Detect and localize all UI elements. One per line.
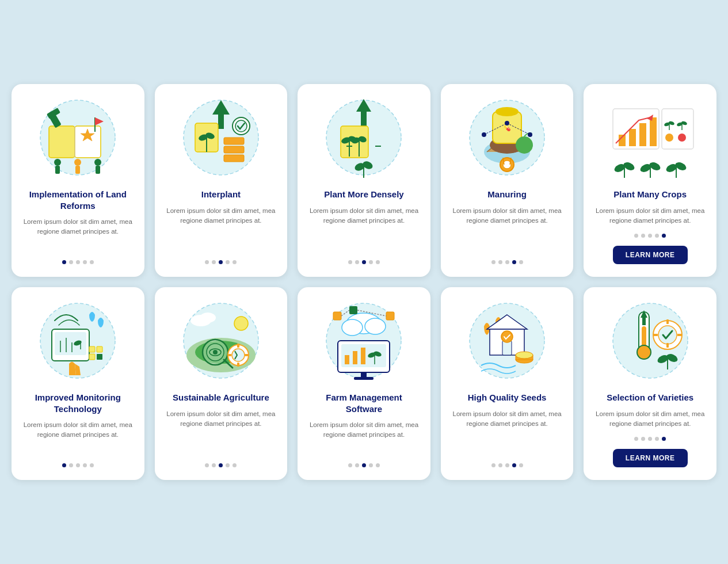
dot-0 bbox=[205, 463, 209, 467]
svg-rect-23 bbox=[224, 155, 244, 162]
illustration-land-reforms bbox=[35, 94, 121, 181]
dots-monitoring bbox=[62, 463, 94, 467]
svg-rect-12 bbox=[75, 166, 80, 174]
dot-1 bbox=[641, 437, 645, 441]
svg-point-102 bbox=[213, 350, 218, 355]
svg-point-111 bbox=[342, 319, 363, 336]
learn-more-button-varieties[interactable]: LEARN MORE bbox=[613, 449, 688, 467]
dot-0 bbox=[491, 463, 496, 467]
dot-0 bbox=[491, 260, 496, 264]
card-monitoring: Improved Monitoring Technology Lorem ips… bbox=[12, 287, 144, 480]
dot-4 bbox=[519, 260, 523, 264]
card-title-plant-dense: Plant More Densely bbox=[324, 189, 403, 200]
illustration-farm-software bbox=[321, 298, 407, 384]
dots-land-reforms bbox=[62, 260, 94, 264]
svg-rect-60 bbox=[650, 117, 657, 146]
svg-rect-91 bbox=[97, 354, 102, 360]
card-title-interplant: Interplant bbox=[201, 189, 241, 200]
svg-point-70 bbox=[678, 134, 686, 142]
card-body-interplant: Lorem ipsum dolor sit dim amet, mea regi… bbox=[164, 206, 279, 253]
card-title-varieties: Selection of Varieties bbox=[607, 392, 693, 403]
card-body-plant-dense: Lorem ipsum dolor sit dim amet, mea regi… bbox=[307, 206, 421, 253]
svg-rect-108 bbox=[245, 354, 249, 356]
svg-point-135 bbox=[516, 352, 533, 359]
card-title-plant-crops: Plant Many Crops bbox=[613, 189, 687, 200]
dot-4 bbox=[662, 234, 666, 238]
svg-point-11 bbox=[74, 159, 81, 166]
dot-2 bbox=[76, 463, 80, 467]
card-title-farm-software: Farm Management Software bbox=[307, 392, 421, 414]
dot-1 bbox=[498, 260, 502, 264]
illustration-seeds bbox=[464, 298, 550, 384]
svg-point-13 bbox=[94, 159, 101, 166]
card-body-plant-crops: Lorem ipsum dolor sit dim amet, mea regi… bbox=[593, 206, 707, 226]
svg-rect-105 bbox=[237, 344, 239, 348]
svg-point-112 bbox=[365, 318, 386, 334]
dot-0 bbox=[348, 260, 352, 264]
svg-point-104 bbox=[232, 349, 245, 361]
dot-2 bbox=[505, 260, 509, 264]
dot-1 bbox=[498, 463, 502, 467]
svg-rect-14 bbox=[96, 166, 100, 174]
svg-point-47 bbox=[503, 161, 511, 169]
dot-4 bbox=[519, 463, 523, 467]
dot-4 bbox=[662, 437, 666, 441]
dot-2 bbox=[505, 463, 509, 467]
card-interplant: Interplant Lorem ipsum dolor sit dim ame… bbox=[155, 84, 288, 277]
card-title-land-reforms: Implementation of Land Reforms bbox=[21, 189, 135, 211]
dot-2 bbox=[219, 260, 223, 264]
svg-rect-107 bbox=[227, 354, 231, 356]
svg-rect-22 bbox=[224, 146, 244, 153]
dot-3 bbox=[226, 260, 230, 264]
illustration-manuring: 💊 bbox=[464, 94, 550, 181]
dots-varieties bbox=[634, 437, 666, 441]
dot-3 bbox=[369, 463, 373, 467]
svg-rect-106 bbox=[237, 363, 239, 367]
card-title-monitoring: Improved Monitoring Technology bbox=[21, 392, 135, 414]
svg-rect-123 bbox=[333, 312, 341, 320]
dot-0 bbox=[348, 463, 352, 467]
svg-point-50 bbox=[516, 136, 533, 154]
card-title-seeds: High Quality Seeds bbox=[468, 392, 547, 403]
svg-point-142 bbox=[658, 326, 677, 344]
card-plant-dense: Plant More Densely Lorem ipsum dolor sit… bbox=[298, 84, 430, 277]
svg-rect-145 bbox=[653, 334, 658, 336]
dots-sustainable bbox=[205, 463, 237, 467]
dot-2 bbox=[219, 463, 223, 467]
svg-rect-90 bbox=[89, 354, 95, 360]
dot-2 bbox=[362, 260, 366, 264]
svg-rect-89 bbox=[97, 346, 102, 352]
card-seeds: High Quality Seeds Lorem ipsum dolor sit… bbox=[441, 287, 574, 480]
dot-4 bbox=[90, 260, 94, 264]
svg-rect-117 bbox=[361, 348, 365, 364]
svg-rect-143 bbox=[666, 319, 669, 324]
illustration-interplant bbox=[178, 94, 264, 181]
dot-3 bbox=[226, 463, 230, 467]
card-varieties: Selection of Varieties Lorem ipsum dolor… bbox=[584, 287, 716, 480]
illustration-sustainable bbox=[178, 298, 264, 384]
card-farm-software: Farm Management Software Lorem ipsum dol… bbox=[298, 287, 430, 480]
learn-more-button-plant-crops[interactable]: LEARN MORE bbox=[613, 246, 688, 264]
svg-rect-116 bbox=[353, 351, 357, 364]
card-body-sustainable: Lorem ipsum dolor sit dim amet, mea regi… bbox=[164, 409, 279, 456]
svg-point-44 bbox=[496, 107, 519, 116]
dot-3 bbox=[655, 234, 659, 238]
card-body-land-reforms: Lorem ipsum dolor sit dim amet, mea regi… bbox=[21, 217, 135, 252]
dot-4 bbox=[376, 260, 380, 264]
svg-rect-82 bbox=[55, 332, 86, 355]
svg-rect-125 bbox=[386, 312, 394, 320]
svg-rect-124 bbox=[349, 306, 357, 314]
dot-4 bbox=[232, 463, 237, 467]
dot-0 bbox=[634, 437, 638, 441]
card-body-monitoring: Lorem ipsum dolor sit dim amet, mea regi… bbox=[21, 420, 135, 455]
dot-1 bbox=[69, 260, 73, 264]
svg-point-97 bbox=[200, 313, 216, 323]
dots-plant-crops bbox=[634, 234, 666, 238]
svg-rect-21 bbox=[224, 138, 244, 144]
dot-3 bbox=[83, 260, 87, 264]
dots-manuring bbox=[491, 260, 523, 264]
svg-point-69 bbox=[665, 134, 673, 142]
svg-rect-88 bbox=[89, 346, 95, 352]
illustration-plant-crops bbox=[607, 94, 693, 181]
svg-rect-1 bbox=[49, 126, 75, 158]
